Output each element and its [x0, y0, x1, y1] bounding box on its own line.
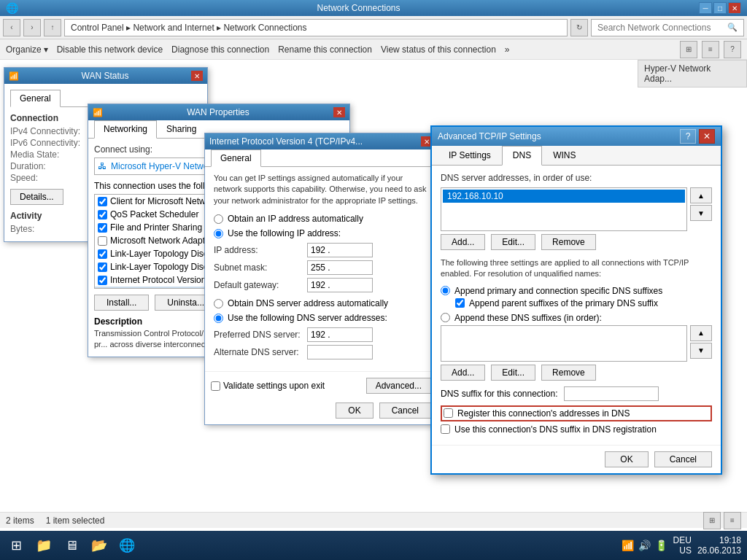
refresh-button[interactable]: ↻ — [570, 19, 588, 36]
install-button[interactable]: Install... — [94, 295, 149, 311]
suffix-add-button[interactable]: Add... — [441, 365, 485, 381]
wan-status-title: WAN Status — [82, 71, 129, 81]
powershell-button[interactable]: 🖥 — [58, 532, 85, 559]
manual-dns-radio[interactable]: Use the following DNS server addresses: — [214, 313, 428, 323]
details-button[interactable]: Details... — [10, 189, 63, 205]
advanced-button[interactable]: Advanced... — [366, 378, 431, 394]
suffix-edit-button[interactable]: Edit... — [491, 365, 535, 381]
wan-props-sharing-tab[interactable]: Sharing — [157, 120, 206, 138]
media-label: Media State: — [10, 149, 90, 160]
wan-status-close-button[interactable]: ✕ — [191, 71, 203, 81]
ip-general-tab[interactable]: General — [211, 149, 261, 167]
wan-props-close-button[interactable]: ✕ — [333, 107, 345, 117]
title-bar: 🌐 Network Connections ─ □ ✕ — [0, 0, 747, 16]
explorer-button[interactable]: 📁 — [31, 532, 57, 559]
append-these-radio[interactable]: Append these DNS suffixes (in order): — [441, 313, 712, 323]
hyperv-strip: Hyper-V Network Adap... — [638, 60, 747, 88]
suffix-remove-button[interactable]: Remove — [541, 365, 596, 381]
subnet-input[interactable] — [307, 260, 373, 275]
help-button[interactable]: ? — [724, 41, 741, 58]
up-button[interactable]: ↑ — [44, 19, 61, 36]
auto-ip-radio[interactable]: Obtain an IP address automatically — [214, 214, 428, 224]
ip-address-input[interactable] — [307, 243, 373, 257]
advanced-tcpip-window: Advanced TCP/IP Settings ? ✕ IP Settings… — [430, 125, 722, 475]
network-button[interactable]: 🌐 — [114, 532, 140, 559]
dns-info: The following three settings are applied… — [441, 257, 712, 280]
organize-button[interactable]: Organize ▾ — [6, 44, 48, 55]
wan-status-titlebar: 📶 WAN Status ✕ — [4, 68, 207, 84]
view-details-button[interactable]: ≡ — [702, 41, 719, 58]
view-toggle-button[interactable]: ⊞ — [680, 41, 697, 58]
adv-wins-tab[interactable]: WINS — [542, 146, 587, 165]
view-list-button[interactable]: ≡ — [724, 512, 741, 529]
register-checkbox[interactable] — [444, 408, 453, 418]
suffix-list-row: ▲ ▼ — [441, 325, 712, 365]
subnet-row: Subnet mask: — [214, 260, 428, 275]
dns-edit-button[interactable]: Edit... — [491, 234, 535, 250]
adv-cancel-button[interactable]: Cancel — [654, 451, 712, 467]
ip-ok-button[interactable]: OK — [336, 402, 373, 419]
dns-list-item[interactable]: 192.168.10.10 — [443, 190, 685, 203]
more-button[interactable]: » — [505, 44, 510, 55]
manual-ip-radio[interactable]: Use the following IP address: — [214, 228, 428, 238]
wan-props-title: WAN Properties — [187, 107, 249, 117]
preferred-dns-row: Preferred DNS server: — [214, 327, 428, 342]
suffix-list[interactable] — [441, 325, 687, 362]
disable-network-button[interactable]: Disable this network device — [57, 44, 163, 55]
gateway-input[interactable] — [307, 278, 373, 292]
wan-props-networking-tab[interactable]: Networking — [94, 120, 157, 139]
ip-cancel-button[interactable]: Cancel — [379, 402, 431, 419]
adv-help-button[interactable]: ? — [680, 129, 696, 144]
search-icon: 🔍 — [727, 23, 738, 32]
maximize-button[interactable]: □ — [713, 2, 727, 14]
suffix-field-input[interactable] — [564, 386, 659, 401]
use-suffix-row[interactable]: Use this connection's DNS suffix in DNS … — [441, 424, 712, 435]
back-button[interactable]: ‹ — [3, 19, 20, 36]
suffix-down-button[interactable]: ▼ — [690, 343, 712, 359]
search-box[interactable]: 🔍 — [591, 19, 744, 36]
taskbar-right: 📶 🔊 🔋 DEU US 19:18 26.06.2013 — [622, 535, 744, 556]
sys-icons: 📶 🔊 🔋 — [622, 540, 667, 551]
forward-button[interactable]: › — [23, 19, 41, 36]
auto-dns-radio[interactable]: Obtain DNS server address automatically — [214, 298, 428, 308]
register-dns-row[interactable]: Register this connection's addresses in … — [441, 405, 712, 421]
window-title: Network Connections — [18, 3, 699, 13]
diagnose-button[interactable]: Diagnose this connection — [171, 44, 269, 55]
ip-desc: You can get IP settings assigned automat… — [214, 173, 428, 206]
validate-checkbox[interactable] — [211, 381, 220, 391]
alternate-dns-input[interactable] — [307, 345, 373, 359]
wan-status-general-tab[interactable]: General — [10, 90, 61, 107]
dns-down-button[interactable]: ▼ — [690, 205, 712, 221]
ip-titlebar: Internet Protocol Version 4 (TCP/IPv4...… — [205, 133, 437, 149]
search-input[interactable] — [597, 23, 727, 33]
view-status-button[interactable]: View status of this connection — [381, 44, 496, 55]
suffix-field-row: DNS suffix for this connection: — [441, 386, 712, 401]
adv-dns-tab[interactable]: DNS — [502, 146, 542, 166]
clock: 19:18 26.06.2013 — [697, 535, 741, 556]
minimize-button[interactable]: ─ — [699, 2, 712, 14]
adv-close-button[interactable]: ✕ — [699, 129, 715, 144]
address-path[interactable]: Control Panel ▸ Network and Internet ▸ N… — [64, 19, 568, 36]
adv-title-buttons: ? ✕ — [680, 129, 715, 144]
dns-up-button[interactable]: ▲ — [690, 187, 712, 203]
dns-add-button[interactable]: Add... — [441, 234, 485, 250]
append-primary-radio[interactable]: Append primary and connection specific D… — [441, 286, 712, 308]
adv-ok-button[interactable]: OK — [605, 451, 648, 467]
use-suffix-checkbox[interactable] — [441, 424, 450, 434]
start-button[interactable]: ⊞ — [3, 532, 29, 559]
append-parent-checkbox[interactable]: Append parent suffixes of the primary DN… — [455, 298, 712, 308]
adv-ip-settings-tab[interactable]: IP Settings — [438, 146, 502, 165]
dns-remove-button[interactable]: Remove — [541, 234, 596, 250]
view-large-button[interactable]: ⊞ — [703, 512, 721, 529]
rename-button[interactable]: Rename this connection — [278, 44, 372, 55]
ip-address-row: IP address: — [214, 243, 428, 257]
dns-list[interactable]: 192.168.10.10 — [441, 187, 687, 231]
chevron-down-icon: ▾ — [44, 44, 48, 55]
preferred-dns-input[interactable] — [307, 327, 373, 342]
suffix-up-button[interactable]: ▲ — [690, 325, 712, 341]
network-sys-icon: 📶 — [622, 540, 634, 551]
items-count: 2 items — [6, 516, 34, 526]
validate-checkbox-row[interactable]: Validate settings upon exit — [211, 381, 325, 391]
folder-button[interactable]: 📂 — [86, 532, 112, 559]
close-button[interactable]: ✕ — [728, 2, 741, 14]
